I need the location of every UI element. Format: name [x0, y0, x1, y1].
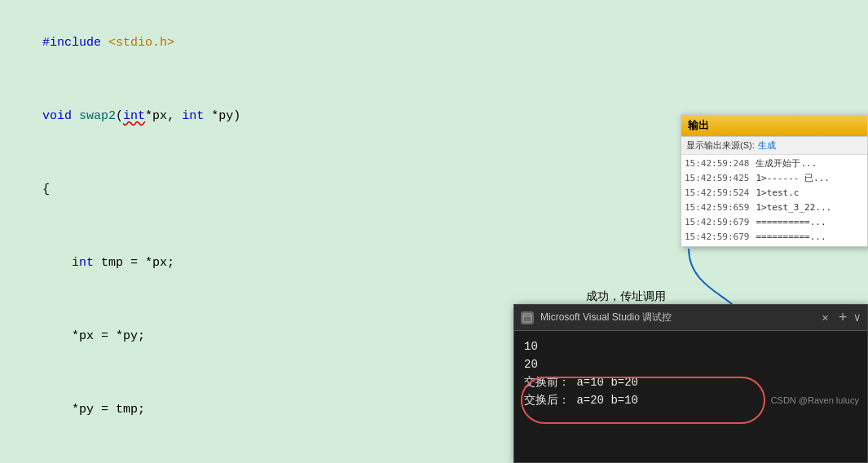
- code-line-3: {: [13, 153, 525, 227]
- output-panel: 输出 显示输出来源(S): 生成 15:42:59:248 生成开始于... 1…: [681, 114, 868, 247]
- output-source-value[interactable]: 生成: [758, 139, 776, 152]
- terminal-add-button[interactable]: +: [839, 310, 848, 326]
- code-line-6: *py = tmp;: [13, 373, 525, 447]
- output-content: 15:42:59:248 生成开始于... 15:42:59:425 1>---…: [681, 155, 867, 246]
- terminal-icon: [521, 311, 534, 324]
- output-row-4: 15:42:59:659 1>test_3_22...: [685, 201, 864, 215]
- terminal-close-button[interactable]: ✕: [818, 311, 831, 324]
- svg-rect-0: [523, 314, 531, 322]
- code-line-2: void swap2(int*px, int *py): [13, 80, 525, 153]
- output-row-5: 15:42:59:679 ==========...: [685, 215, 864, 230]
- code-line-4: int tmp = *px;: [13, 227, 525, 300]
- csdn-watermark: CSDN @Raven lulucy: [771, 391, 859, 409]
- terminal-title: Microsoft Visual Studio 调试控: [540, 311, 812, 324]
- terminal-chevron-icon[interactable]: ∨: [854, 311, 861, 324]
- code-line-1: #include <stdio.h>: [13, 7, 525, 80]
- code-editor: #include <stdio.h> void swap2(int*px, in…: [0, 0, 538, 463]
- terminal-titlebar: Microsoft Visual Studio 调试控 ✕ + ∨: [514, 305, 867, 331]
- output-toolbar: 显示输出来源(S): 生成: [681, 137, 867, 155]
- output-source-label: 显示输出来源(S):: [686, 139, 755, 152]
- terminal-line-1: 10: [524, 337, 857, 355]
- terminal-line-3: 交换前： a=10 b=20: [524, 373, 857, 391]
- terminal-panel: Microsoft Visual Studio 调试控 ✕ + ∨ 10 20 …: [513, 304, 868, 463]
- annotation-text: 成功，传址调用: [586, 289, 666, 304]
- output-row-3: 15:42:59:524 1>test.c: [685, 186, 864, 201]
- output-panel-title: 输出: [681, 115, 867, 137]
- code-line-7: }: [13, 447, 525, 463]
- code-line-5: *px = *py;: [13, 300, 525, 373]
- output-row-2: 15:42:59:425 1>------ 已...: [685, 171, 864, 186]
- terminal-line-2: 20: [524, 355, 857, 373]
- output-row-1: 15:42:59:248 生成开始于...: [685, 157, 864, 171]
- terminal-content: 10 20 交换前： a=10 b=20 交换后： a=20 b=10 CSDN…: [514, 331, 867, 416]
